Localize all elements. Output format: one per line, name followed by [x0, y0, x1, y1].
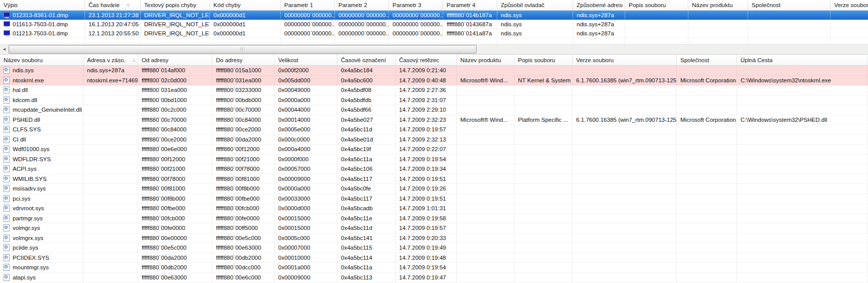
cell-text: 14.7.2009 0:19:51 — [399, 196, 446, 202]
cell-casove-oznaceni: 0x4a5bc11d — [337, 223, 396, 233]
table-row[interactable]: ⚙PCIIDEX.SYSfffff880`00da2000fffff880`00… — [0, 253, 868, 263]
cell-textovy-popis-chyby: DRIVER_IRQL_NOT_LESS... — [141, 20, 210, 29]
cell-nazev-souboru: ⚙ACPI.sys — [0, 164, 83, 174]
cell-parametr-3: 00000000`000000... — [389, 11, 443, 20]
table-row[interactable]: ⚙WDFLDR.SYSfffff880`00f12000fffff880`00f… — [0, 155, 868, 165]
column-header-spolecnost[interactable]: Společnost — [748, 0, 831, 10]
column-header-popis-souboru[interactable]: Popis souboru — [514, 55, 573, 65]
column-header-textovy-popis-chyby[interactable]: Textový popis chyby — [141, 0, 210, 10]
cell-text: fffff880`00e5c000 — [216, 235, 261, 241]
table-row[interactable]: ⚙hal.dllfffff800`031ea000fffff800`032330… — [0, 85, 868, 96]
cell-text: WDFLDR.SYS — [13, 156, 51, 162]
scrollbar-thumb[interactable] — [9, 45, 476, 54]
cell-text: fffff880`00fcb000 — [142, 215, 185, 221]
cell-spolecnost — [748, 20, 831, 29]
column-header-label: Parametr 1 — [284, 2, 313, 8]
column-header-kod-chyby[interactable]: Kód chyby — [210, 0, 281, 10]
cell-spolecnost — [748, 29, 831, 38]
column-header-do-adresy[interactable]: Do adresy — [212, 55, 275, 65]
cell-text: 0x000000d1 — [213, 30, 245, 36]
column-header-parametr-4[interactable]: Parametr 4 — [443, 0, 497, 10]
table-row[interactable]: ⚙CI.dllfffff880`00ce2000fffff880`00da200… — [0, 135, 868, 145]
table-row[interactable]: ⚙ntoskrnl.exentoskrnl.exe+71469fffff800`… — [0, 76, 868, 86]
cell-text: 14.7.2009 2:31:07 — [399, 97, 446, 103]
table-row[interactable]: ⚙partmgr.sysfffff880`00fcb000fffff880`00… — [0, 214, 868, 224]
table-row[interactable]: ⚙CLFS.SYSfffff880`00c84000fffff880`00ce2… — [0, 125, 868, 135]
column-header-parametr-2[interactable]: Parametr 2 — [335, 0, 389, 10]
table-row[interactable]: ⚙mountmgr.sysfffff880`00db2000fffff880`0… — [0, 263, 868, 273]
table-row[interactable]: ⚙Wdf01000.sysfffff880`00e6e000fffff880`0… — [0, 145, 868, 155]
cell-text: 14.7.2009 0:19:49 — [399, 245, 446, 251]
table-row[interactable]: ⚙mcupdate_GenuineIntel.dllfffff880`00c2c… — [0, 105, 868, 115]
cell-adresa-v-zasobniku — [83, 243, 138, 253]
table-row[interactable]: ⚙kdcom.dllfffff800`00bd1000fffff800`00bd… — [0, 96, 868, 106]
cell-verze-souboru — [573, 155, 677, 165]
cell-verze-souboru — [573, 164, 677, 174]
cell-do-adresy: fffff880`00f81000 — [212, 174, 275, 184]
column-header-zpusobene-adresou[interactable]: Způsobené adresou — [573, 0, 625, 10]
column-header-velikost[interactable]: Velikost — [275, 55, 337, 65]
cell-text: 0x4a5bdf66 — [341, 107, 371, 113]
cell-text: 0x00044000 — [278, 107, 310, 113]
table-row[interactable]: ⚙vdrvroot.sysfffff880`00fbe000fffff880`0… — [0, 204, 868, 214]
table-row[interactable]: ⚙pciide.sysfffff880`00e5c000fffff880`00e… — [0, 243, 868, 253]
cell-text: ntoskrnl.exe — [13, 77, 44, 83]
cell-text: 0x4a5be027 — [341, 117, 373, 123]
cell-casove-oznaceni: 0x4a5bc11a — [337, 263, 396, 273]
table-row[interactable]: ⚙atapi.sysfffff880`00e63000fffff880`00e6… — [0, 273, 868, 283]
cell-zpusobil-ovladac: ndis.sys — [497, 11, 573, 20]
scroll-left-button[interactable]: ◄ — [0, 44, 9, 54]
column-header-spolecnost[interactable]: Společnost — [677, 55, 737, 65]
column-header-nazev-souboru[interactable]: Název souboru — [0, 55, 83, 65]
cell-casove-oznaceni: 0x4a5bdf08 — [337, 85, 396, 96]
cell-text: ndis.sys+287a — [577, 21, 614, 27]
cell-verze-souboru — [573, 105, 677, 115]
column-header-od-adresy[interactable]: Od adresy — [138, 55, 212, 65]
table-row[interactable]: ⚙PSHED.dllfffff880`00c70000fffff880`00c8… — [0, 115, 868, 125]
table-row[interactable]: ⚙volmgrx.sysfffff880`00e00000fffff880`00… — [0, 233, 868, 244]
column-header-adresa-v-zasobniku[interactable]: Adresa v záso...△ — [83, 55, 138, 65]
column-header-popis-souboru[interactable]: Popis souboru — [625, 0, 688, 10]
cell-casovy-retezec: 14.7.2009 1:01:31 — [396, 204, 457, 214]
driver-file-icon: ⚙ — [4, 136, 10, 143]
column-header-parametr-1[interactable]: Parametr 1 — [281, 0, 335, 10]
table-row[interactable]: ⚙ACPI.sysfffff880`00f21000fffff880`00f78… — [0, 164, 868, 174]
column-header-uplna-cesta[interactable]: Úplná Cesta — [737, 55, 868, 65]
table-row[interactable]: ⚙ndis.sysndis.sys+287afffff880`014af000f… — [0, 66, 868, 76]
column-header-vypis[interactable]: Výpis — [0, 0, 85, 10]
column-header-casove-oznaceni[interactable]: Časové označení — [337, 55, 396, 65]
column-header-cas-havarie[interactable]: Čas havárie▽ — [85, 0, 141, 10]
column-header-parametr-3[interactable]: Parametr 3 — [389, 0, 443, 10]
column-header-verze-souboru[interactable]: Verze souboru — [573, 55, 677, 65]
column-header-casovy-retezec[interactable]: Časový retězec — [396, 55, 457, 65]
table-row[interactable]: ⚙msisadrv.sysfffff880`00f81000fffff880`0… — [0, 184, 868, 194]
column-header-verze-souboru[interactable]: Verze souboru — [831, 0, 868, 10]
table-row[interactable]: 011613-7503-01.dmp16.1.2013 20:47:05DRIV… — [0, 20, 868, 29]
table-row[interactable]: ⚙volmgr.sysfffff880`00fe0000fffff880`00f… — [0, 223, 868, 233]
cell-text: 14.7.2009 0:19:57 — [399, 126, 446, 132]
column-header-nazev-produktu[interactable]: Název produktu — [457, 55, 514, 65]
column-header-nazev-produktu[interactable]: Název produktu — [688, 0, 748, 10]
table-row[interactable]: 012313-8361-01.dmp23.1.2013 21:27:38DRIV… — [0, 11, 868, 20]
table-row[interactable]: 011213-7503-01.dmp12.1.2013 20:55:50DRIV… — [0, 29, 868, 38]
column-header-label: Čas havárie — [89, 2, 119, 8]
cell-adresa-v-zasobniku — [83, 223, 138, 233]
dump-file-icon — [4, 21, 10, 27]
cell-nazev-souboru: ⚙pci.sys — [0, 194, 83, 204]
cell-spolecnost — [677, 85, 737, 96]
cell-text: 0x00010000 — [278, 255, 310, 261]
cell-text: pciide.sys — [13, 245, 38, 251]
cell-text: fffff880`015a1000 — [216, 67, 261, 73]
cell-text: 16.1.2013 20:47:05 — [89, 21, 139, 27]
h-scrollbar[interactable]: ◄ — [0, 44, 868, 54]
cell-text: Microsoft Corporation — [680, 77, 736, 83]
cell-text: fffff880`00e00000 — [142, 235, 187, 241]
table-row[interactable]: ⚙pci.sysfffff880`00f8b000fffff880`00fbe0… — [0, 194, 868, 204]
cell-nazev-produktu: Microsoft® Wind... — [457, 76, 514, 86]
column-header-zpusobil-ovladac[interactable]: Způsobil ovladač — [497, 0, 573, 10]
cell-text: 0x00015000 — [278, 225, 310, 231]
table-row[interactable]: ⚙WMILIB.SYSfffff880`00f78000fffff880`00f… — [0, 174, 868, 184]
cell-text: fffff880`00dcc000 — [216, 264, 261, 270]
cell-text: 0x00057000 — [278, 166, 310, 172]
cell-text: 0x4a5bc184 — [341, 67, 373, 73]
